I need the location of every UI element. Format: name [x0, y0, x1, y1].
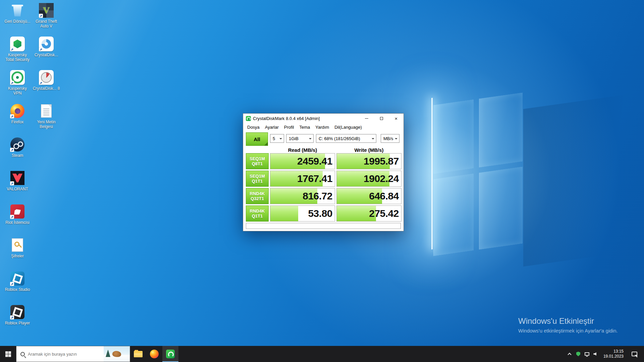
crystaldiskmark-gauge-icon [39, 70, 54, 85]
desktop-icon-new-text-document[interactable]: Yeni Metin Belgesi [32, 103, 60, 129]
tray-volume[interactable] [591, 346, 600, 362]
shield-icon [576, 352, 580, 356]
volume-icon [593, 352, 596, 356]
steam-icon [10, 137, 25, 152]
chevron-up-icon [568, 353, 571, 356]
system-tray: 13:15 19.01.2023 [565, 346, 644, 362]
read-value: 816.72 [303, 190, 332, 202]
menu-profil[interactable]: Profil [281, 124, 297, 131]
write-result-bar: 1995.87 [336, 153, 401, 169]
passwords-file-icon [10, 237, 25, 253]
crystaldiskmark-icon [166, 350, 175, 358]
kaspersky-icon [10, 36, 25, 52]
test-row-seq1m-q8t1: SEQ1M Q8T1 2459.41 1995.87 [246, 153, 404, 169]
desktop-icon-roblox-player[interactable]: Roblox Player [3, 304, 32, 325]
file-explorer-icon [134, 351, 143, 357]
close-button[interactable]: × [389, 114, 404, 123]
all-test-button[interactable]: All [246, 132, 268, 146]
tray-kaspersky[interactable] [574, 346, 583, 362]
maximize-button[interactable] [374, 114, 389, 123]
write-value: 275.42 [369, 208, 399, 219]
test-row-rnd4k-q32t1: RND4K Q32T1 816.72 646.84 [246, 188, 404, 204]
tray-clock[interactable]: 13:15 19.01.2023 [600, 349, 627, 359]
search-icon [20, 352, 25, 356]
taskbar-search[interactable] [16, 346, 130, 362]
tray-network[interactable] [583, 346, 591, 362]
desktop-icon-kaspersky-vpn[interactable]: Kaspersky VPN [3, 70, 32, 96]
roblox-player-icon [10, 304, 25, 320]
desktop-icon-sifreler[interactable]: Şifreler [3, 237, 32, 258]
unit-select[interactable]: MB/s [381, 134, 399, 143]
desktop-icon-kaspersky-total-security[interactable]: Kaspersky Total Security [3, 36, 32, 62]
menu-yardim[interactable]: Yardım [313, 124, 332, 131]
kaspersky-vpn-icon [10, 70, 25, 85]
test-label-button[interactable]: SEQ1M Q1T1 [246, 171, 269, 187]
read-value: 53.80 [308, 208, 332, 219]
firefox-icon [150, 350, 159, 358]
write-value: 1995.87 [364, 156, 399, 167]
desktop-icon-gta-v[interactable]: Grand Theft Auto V [32, 3, 60, 28]
activation-watermark: Windows'u Etkinleştir Windows'u etkinleş… [518, 316, 618, 334]
search-highlight-art[interactable] [104, 346, 130, 362]
titlebar[interactable]: CrystalDiskMark 8.0.4 x64 [Admin] × [243, 114, 404, 123]
taskbar: 13:15 19.01.2023 [0, 346, 644, 362]
taskbar-file-explorer[interactable] [130, 346, 146, 362]
toolbar: All 5 1GiB C: 68% (181/265GiB) MB/s [243, 131, 404, 146]
status-bar [246, 223, 401, 229]
read-result-bar: 2459.41 [270, 153, 335, 169]
desktop-icon-steam[interactable]: Steam [3, 137, 32, 158]
window-logo-pane [433, 174, 474, 256]
desktop-icon-riot-client[interactable]: Riot İstemcisi [3, 204, 32, 225]
minimize-button[interactable] [359, 114, 374, 123]
network-icon [585, 352, 589, 356]
read-result-bar: 1767.41 [270, 171, 335, 187]
read-value: 2459.41 [297, 156, 332, 167]
read-header: Read (MB/s) [270, 147, 335, 153]
write-result-bar: 275.42 [336, 205, 401, 222]
window-logo-shadow [523, 92, 644, 267]
roblox-studio-icon [10, 271, 25, 286]
test-label-button[interactable]: RND4K Q1T1 [246, 205, 269, 222]
desktop-icon-firefox[interactable]: Firefox [3, 103, 32, 124]
clock-time: 13:15 [603, 349, 624, 354]
tray-show-hidden-icons[interactable] [565, 346, 574, 362]
test-label-button[interactable]: RND4K Q32T1 [246, 188, 269, 204]
read-value: 1767.41 [297, 173, 332, 184]
text-file-icon [39, 103, 54, 119]
recycle-bin-icon [10, 3, 25, 18]
taskbar-firefox[interactable] [146, 346, 162, 362]
read-result-bar: 816.72 [270, 188, 335, 204]
desktop-icon-valorant[interactable]: VALORANT [3, 170, 32, 191]
write-value: 646.84 [369, 190, 399, 202]
menu-dosya[interactable]: Dosya [245, 124, 262, 131]
test-row-rnd4k-q1t1: RND4K Q1T1 53.80 275.42 [246, 205, 404, 222]
test-count-select[interactable]: 5 [270, 134, 284, 143]
window-logo-pane [479, 167, 523, 249]
action-center-button[interactable] [627, 352, 642, 356]
crystaldiskmark-app-icon [246, 116, 251, 121]
windows-start-icon [5, 351, 11, 357]
write-result-bar: 1902.24 [336, 171, 401, 187]
menu-tema[interactable]: Tema [297, 124, 313, 131]
test-size-select[interactable]: 1GiB [286, 134, 314, 143]
desktop-icon-crystaldisk-8[interactable]: CrystalDisk... 8 [32, 70, 60, 91]
desktop-icon-roblox-studio[interactable]: Roblox Studio [3, 271, 32, 292]
desktop-icon-recycle-bin[interactable]: Geri Dönüşü... [3, 3, 32, 24]
search-input[interactable] [28, 352, 104, 357]
menu-dil[interactable]: Dil(Language) [332, 124, 365, 131]
column-headers: Read (MB/s) Write (MB/s) [246, 146, 404, 153]
desktop-icon-crystaldisk[interactable]: CrystalDisk... [32, 36, 60, 57]
target-drive-select[interactable]: C: 68% (181/265GiB) [316, 134, 376, 143]
watermark-title: Windows'u Etkinleştir [518, 316, 618, 326]
test-row-seq1m-q1t1: SEQ1M Q1T1 1767.41 1902.24 [246, 171, 404, 187]
taskbar-crystaldiskmark[interactable] [162, 346, 178, 362]
test-label-button[interactable]: SEQ1M Q8T1 [246, 153, 269, 169]
crystaldiskinfo-icon [39, 36, 54, 52]
menu-ayarlar[interactable]: Ayarlar [262, 124, 281, 131]
valorant-icon [10, 170, 25, 186]
start-button[interactable] [0, 346, 16, 362]
window-title: CrystalDiskMark 8.0.4 x64 [Admin] [253, 116, 359, 121]
window-logo-edge [431, 98, 433, 250]
write-header: Write (MB/s) [336, 147, 401, 153]
gta-v-icon [39, 3, 54, 18]
